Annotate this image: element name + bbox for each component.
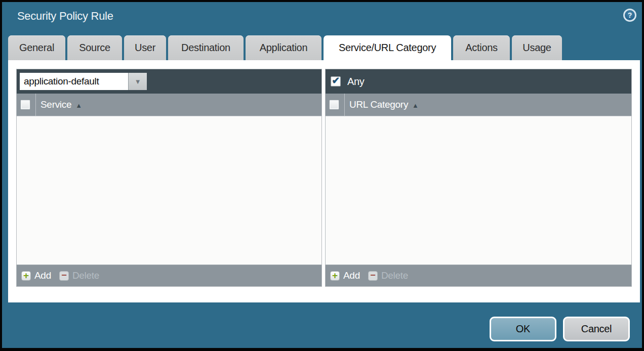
help-icon-glyph: ?	[628, 11, 632, 19]
tab-user[interactable]: User	[124, 35, 166, 60]
url-category-select-all-checkbox[interactable]	[329, 100, 339, 110]
chevron-down-icon: ▼	[135, 78, 141, 85]
tab-service-url-category[interactable]: Service/URL Category	[324, 35, 451, 60]
sort-ascending-icon: ▲	[412, 102, 419, 109]
tab-source[interactable]: Source	[67, 35, 122, 60]
add-icon: +	[21, 271, 31, 281]
delete-icon: −	[368, 271, 378, 281]
service-type-input[interactable]	[20, 73, 128, 90]
service-column-header[interactable]: Service	[41, 99, 71, 110]
tab-usage[interactable]: Usage	[512, 35, 562, 60]
service-add-label: Add	[34, 270, 51, 281]
service-select-all-cell	[17, 94, 36, 116]
any-checkbox-label: Any	[347, 76, 365, 87]
ok-button[interactable]: OK	[490, 317, 556, 341]
service-delete-button[interactable]: − Delete	[59, 270, 107, 281]
url-category-table-body[interactable]	[326, 116, 631, 265]
url-category-delete-button[interactable]: − Delete	[368, 270, 416, 281]
cancel-button[interactable]: Cancel	[563, 317, 630, 341]
service-type-bar: ▼	[17, 69, 321, 94]
delete-icon: −	[59, 271, 69, 281]
service-add-button[interactable]: + Add	[21, 270, 59, 281]
url-category-add-label: Add	[343, 270, 360, 281]
url-category-panel: ✔ Any URL Category ▲ + Add	[325, 69, 632, 287]
service-table-body[interactable]	[17, 116, 321, 265]
service-type-dropdown: ▼	[20, 73, 147, 90]
url-category-panel-footer: + Add − Delete	[326, 265, 631, 286]
url-category-any-bar: ✔ Any	[326, 69, 631, 94]
service-panel-footer: + Add − Delete	[17, 265, 321, 286]
url-category-add-button[interactable]: + Add	[330, 270, 368, 281]
security-policy-rule-dialog: Security Policy Rule ? General Source Us…	[0, 0, 644, 351]
tab-actions[interactable]: Actions	[453, 35, 510, 60]
service-type-dropdown-button[interactable]: ▼	[128, 73, 147, 90]
tab-content-area: ▼ Service ▲ + Add	[8, 60, 640, 302]
service-delete-label: Delete	[72, 270, 99, 281]
any-checkbox[interactable]: ✔	[331, 76, 341, 86]
url-category-column-header[interactable]: URL Category	[349, 99, 408, 110]
tab-general[interactable]: General	[8, 35, 65, 60]
service-panel: ▼ Service ▲ + Add	[16, 69, 322, 287]
tab-application[interactable]: Application	[246, 35, 321, 60]
tab-bar: General Source User Destination Applicat…	[8, 35, 562, 60]
service-select-all-checkbox[interactable]	[20, 100, 30, 110]
url-category-table-header: URL Category ▲	[326, 94, 631, 116]
checkmark-icon: ✔	[332, 76, 340, 85]
url-category-select-all-cell	[326, 94, 345, 116]
dialog-title: Security Policy Rule	[17, 10, 113, 23]
help-icon[interactable]: ?	[623, 9, 636, 22]
sort-ascending-icon: ▲	[75, 102, 82, 109]
url-category-delete-label: Delete	[381, 270, 408, 281]
tab-destination[interactable]: Destination	[168, 35, 244, 60]
service-table-header: Service ▲	[17, 94, 321, 116]
any-row: ✔ Any	[329, 76, 365, 87]
add-icon: +	[330, 271, 340, 281]
